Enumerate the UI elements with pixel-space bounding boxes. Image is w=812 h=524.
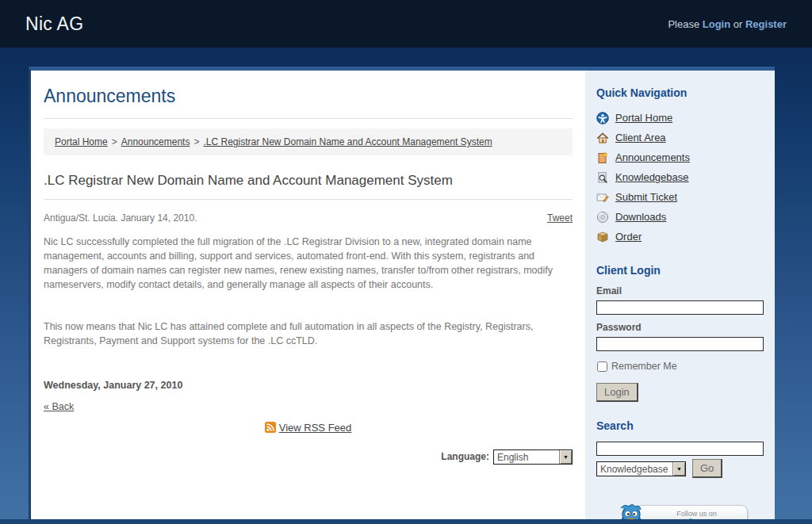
breadcrumb: Portal Home>Announcements>.LC Registrar … (44, 128, 573, 155)
or-text: or (733, 18, 743, 30)
footer-bar (0, 519, 812, 524)
auth-links: Please Login or Register (668, 18, 787, 30)
posted-date: Wednesday, January 27, 2010 (44, 380, 573, 391)
twitter-badge-plate: Follow us on twitter (635, 505, 748, 519)
sidebar-link-announcements[interactable]: Announcements (615, 151, 690, 163)
sidebar-item-client-area[interactable]: Client Area (596, 128, 764, 147)
remember-me-row: Remember Me (596, 361, 764, 372)
search-controls: Knowledgebase ▼ Go (596, 459, 764, 478)
brand-logo[interactable]: Nic AG (25, 13, 83, 35)
content-card: Announcements Portal Home>Announcements>… (29, 67, 775, 519)
language-row: Language: English ▼ (44, 449, 573, 465)
sidebar: Quick Navigation Portal Home (585, 71, 775, 519)
sidebar-item-downloads[interactable]: Downloads (596, 207, 764, 227)
sidebar-link-submit-ticket[interactable]: Submit Ticket (615, 191, 677, 203)
sidebar-item-submit-ticket[interactable]: Submit Ticket (596, 187, 764, 207)
article-paragraph: This now means that Nic LC has attained … (44, 319, 573, 348)
sidebar-link-downloads[interactable]: Downloads (615, 211, 666, 223)
language-label: Language: (441, 451, 489, 462)
article-date-row: Antigua/St. Lucia. January 14, 2010. Twe… (44, 212, 573, 224)
article-dateline: Antigua/St. Lucia. January 14, 2010. (44, 212, 197, 224)
view-rss-feed-link[interactable]: View RSS Feed (279, 422, 352, 434)
portal-home-icon (596, 112, 609, 124)
language-select[interactable]: English ▼ (493, 449, 573, 465)
email-input[interactable] (596, 300, 764, 315)
sidebar-link-client-area[interactable]: Client Area (615, 132, 666, 143)
article-paragraph: Nic LC successfully completed the full m… (44, 235, 573, 293)
magnifier-document-icon (596, 171, 609, 184)
quick-navigation-title: Quick Navigation (596, 86, 764, 99)
sidebar-link-knowledgebase[interactable]: Knowledgebase (615, 171, 689, 183)
package-box-icon (596, 231, 609, 243)
please-text: Please (668, 18, 699, 30)
chevron-down-icon: ▼ (672, 462, 685, 476)
envelope-pencil-icon (596, 191, 609, 204)
sidebar-item-announcements[interactable]: Announcements (596, 147, 764, 167)
breadcrumb-separator: > (112, 136, 117, 147)
sidebar-link-portal-home[interactable]: Portal Home (615, 112, 672, 124)
twitter-bird-icon (613, 502, 649, 519)
twitter-wordmark: twitter (666, 518, 727, 520)
chevron-down-icon: ▼ (559, 450, 572, 464)
breadcrumb-portal-home[interactable]: Portal Home (55, 136, 108, 147)
article-title: .LC Registrar New Domain Name and Accoun… (44, 173, 573, 200)
twitter-badge[interactable]: Follow us on twitter (613, 502, 748, 519)
page-title: Announcements (44, 71, 573, 119)
breadcrumb-announcements[interactable]: Announcements (121, 136, 190, 147)
rss-icon (265, 422, 276, 433)
header: Nic AG Please Login or Register (0, 0, 812, 48)
sidebar-link-order[interactable]: Order (615, 231, 642, 243)
remember-me-label: Remember Me (611, 361, 677, 372)
sidebar-item-knowledgebase[interactable]: Knowledgebase (596, 167, 764, 187)
register-link[interactable]: Register (745, 18, 787, 30)
tweet-link[interactable]: Tweet (547, 212, 573, 224)
remember-me-checkbox[interactable] (597, 361, 607, 372)
sidebar-item-order[interactable]: Order (596, 227, 764, 247)
email-label: Email (596, 285, 764, 296)
client-login-title: Client Login (596, 264, 764, 277)
page-background: Announcements Portal Home>Announcements>… (0, 48, 812, 519)
sidebar-item-portal-home[interactable]: Portal Home (596, 108, 764, 128)
breadcrumb-current-page[interactable]: .LC Registrar New Domain Name and Accoun… (203, 136, 492, 147)
search-title: Search (596, 419, 764, 432)
go-button[interactable]: Go (692, 459, 722, 478)
language-select-value: English (494, 450, 559, 464)
announcement-icon (596, 151, 609, 164)
main-content: Announcements Portal Home>Announcements>… (31, 71, 585, 519)
quick-navigation-list: Portal Home Client Area Announcemen (596, 108, 764, 247)
password-label: Password (596, 322, 764, 333)
breadcrumb-separator: > (193, 136, 199, 147)
login-button[interactable]: Login (596, 383, 638, 402)
login-link[interactable]: Login (703, 18, 730, 30)
search-category-select[interactable]: Knowledgebase ▼ (596, 461, 686, 476)
back-link[interactable]: « Back (44, 401, 74, 412)
password-input[interactable] (596, 337, 764, 351)
search-category-value: Knowledgebase (597, 462, 672, 476)
search-input[interactable] (596, 442, 764, 456)
cd-disc-icon (596, 211, 609, 224)
rss-row: View RSS Feed (44, 421, 573, 434)
house-icon (596, 132, 609, 144)
